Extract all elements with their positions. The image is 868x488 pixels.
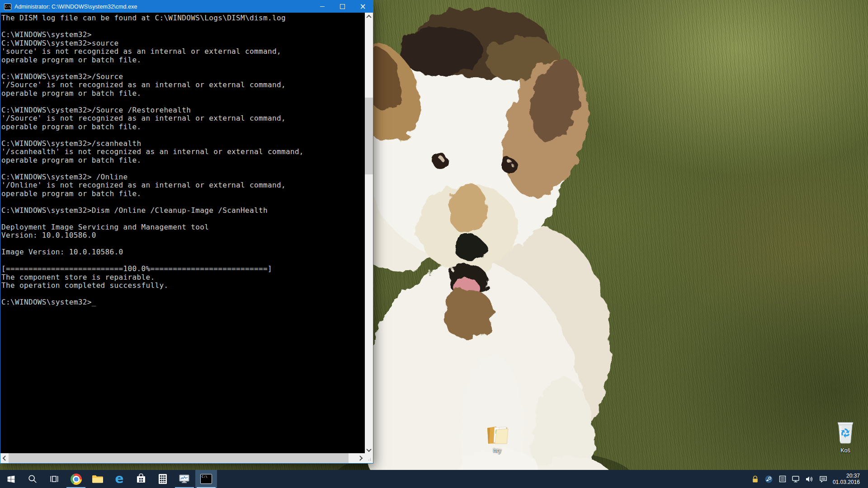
system-tray: 20:37 01.03.2016: [749, 470, 868, 488]
taskbar-file-explorer-button[interactable]: [87, 470, 108, 488]
console-line: '/Online' is not recognized as an intern…: [1, 181, 365, 190]
steam-tray-button[interactable]: [762, 470, 776, 488]
console-line: [==========================100.0%=======…: [1, 265, 365, 273]
edge-icon: e: [115, 473, 124, 485]
vertical-scrollbar-thumb[interactable]: [365, 98, 373, 174]
window-title: Administrator: C:\WINDOWS\system32\cmd.e…: [14, 4, 312, 10]
console-line: [1, 131, 365, 140]
network-tray-button[interactable]: [789, 470, 803, 488]
recycle-bin-icon: [835, 420, 856, 445]
console-line: operable program or batch file.: [1, 89, 365, 98]
chevron-up-icon: [366, 14, 371, 19]
console-line: [1, 290, 365, 299]
vertical-scrollbar[interactable]: [365, 13, 373, 454]
horizontal-scrollbar-thumb[interactable]: [9, 453, 349, 463]
console-line: C:\WINDOWS\system32>/scanhealth: [1, 140, 365, 148]
console-line: Version: 10.0.10586.0: [1, 231, 365, 240]
cmd-window: C:\ Administrator: C:\WINDOWS\system32\c…: [0, 0, 373, 464]
console-line: [1, 23, 365, 31]
grid-tray-button[interactable]: [776, 470, 789, 488]
volume-icon: [805, 475, 814, 483]
grid-icon: [779, 475, 786, 483]
console-line: [1, 215, 365, 223]
start-button[interactable]: [0, 470, 22, 488]
search-icon: [28, 474, 38, 484]
scroll-up-button[interactable]: [365, 13, 373, 20]
store-icon: [136, 474, 146, 484]
action-center-tray-button[interactable]: [816, 470, 830, 488]
chevron-down-icon: [366, 446, 371, 451]
task-view-button[interactable]: [43, 470, 65, 488]
console-line: '/Source' is not recognized as an intern…: [1, 81, 365, 89]
console-line: operable program or batch file.: [1, 156, 365, 165]
chevron-left-icon: [3, 455, 8, 460]
resize-grip[interactable]: [365, 453, 373, 463]
steam-icon: [765, 475, 773, 483]
console-line: C:\WINDOWS\system32>_: [1, 298, 365, 307]
tray-date: 01.03.2016: [833, 479, 860, 486]
lock-icon: [751, 475, 759, 483]
console-line: [1, 198, 365, 206]
desktop-icon-label: Koš: [826, 447, 864, 454]
console-line: [1, 98, 365, 106]
console-line: operable program or batch file.: [1, 56, 365, 65]
console-line: [1, 257, 365, 265]
console-line: The operation completed successfully.: [1, 282, 365, 290]
scroll-left-button[interactable]: [0, 453, 9, 463]
console-line: [1, 164, 365, 173]
taskbar-cmd-button[interactable]: C:\: [195, 470, 217, 488]
close-button[interactable]: ×: [353, 0, 373, 13]
taskbar-calculator-button[interactable]: [152, 470, 174, 488]
scroll-right-button[interactable]: [357, 453, 365, 463]
titlebar[interactable]: C:\ Administrator: C:\WINDOWS\system32\c…: [0, 0, 373, 13]
taskbar-chrome-button[interactable]: [65, 470, 87, 488]
minimize-icon: [320, 6, 325, 7]
chrome-icon: [71, 474, 82, 485]
console-line: C:\WINDOWS\system32>: [1, 31, 365, 39]
console-line: The component store is repairable.: [1, 273, 365, 282]
console-line: Image Version: 10.0.10586.0: [1, 248, 365, 257]
lock-tray-button[interactable]: [749, 470, 762, 488]
desktop-icon-recycle-bin[interactable]: Koš: [826, 420, 864, 454]
taskbar-system-monitor-button[interactable]: [174, 470, 195, 488]
taskbar: e: [0, 470, 868, 488]
chevron-right-icon: [358, 455, 363, 460]
taskbar-edge-button[interactable]: e: [108, 470, 130, 488]
horizontal-scrollbar[interactable]: [0, 453, 365, 463]
console-line: C:\WINDOWS\system32>/Source: [1, 73, 365, 81]
console-line: '/scanhealth' is not recognized as an in…: [1, 148, 365, 156]
console-line: operable program or batch file.: [1, 190, 365, 198]
console-line: The DISM log file can be found at C:\WIN…: [1, 14, 365, 23]
network-icon: [792, 475, 800, 483]
console-line: [1, 64, 365, 73]
maximize-icon: [340, 4, 345, 9]
console-line: C:\WINDOWS\system32>source: [1, 39, 365, 48]
close-icon: ×: [359, 3, 366, 10]
console-line: 'source' is not recognized as an interna…: [1, 47, 365, 56]
calculator-icon: [158, 474, 167, 484]
desktop-icon-hry[interactable]: hry: [478, 424, 516, 454]
console-line: C:\WINDOWS\system32>Dism /Online /Cleanu…: [1, 206, 365, 215]
start-icon: [6, 474, 16, 484]
desktop-icon-label: hry: [478, 447, 516, 454]
search-button[interactable]: [22, 470, 43, 488]
console-line: '/Source' is not recognized as an intern…: [1, 114, 365, 123]
console-line: C:\WINDOWS\system32> /Online: [1, 173, 365, 182]
cmd-icon: C:\: [200, 474, 212, 484]
file-explorer-icon: [92, 474, 104, 484]
taskbar-store-button[interactable]: [130, 470, 152, 488]
task-view-icon: [49, 474, 60, 484]
console-line: C:\WINDOWS\system32>/Source /Restoreheal…: [1, 106, 365, 115]
maximize-button[interactable]: [332, 0, 353, 13]
console-line: Deployment Image Servicing and Managemen…: [1, 223, 365, 232]
scroll-down-button[interactable]: [365, 446, 373, 454]
console-viewport[interactable]: The DISM log file can be found at C:\WIN…: [0, 13, 365, 454]
system-monitor-icon: [179, 474, 190, 484]
desktop: hry Koš C:\ Administrator: C:\WINDOWS\sy…: [0, 0, 868, 488]
folder-icon: [486, 424, 509, 445]
tray-clock[interactable]: 20:37 01.03.2016: [830, 473, 864, 486]
tray-time: 20:37: [833, 473, 860, 479]
minimize-button[interactable]: [312, 0, 332, 13]
console-line: operable program or batch file.: [1, 123, 365, 131]
volume-tray-button[interactable]: [803, 470, 816, 488]
